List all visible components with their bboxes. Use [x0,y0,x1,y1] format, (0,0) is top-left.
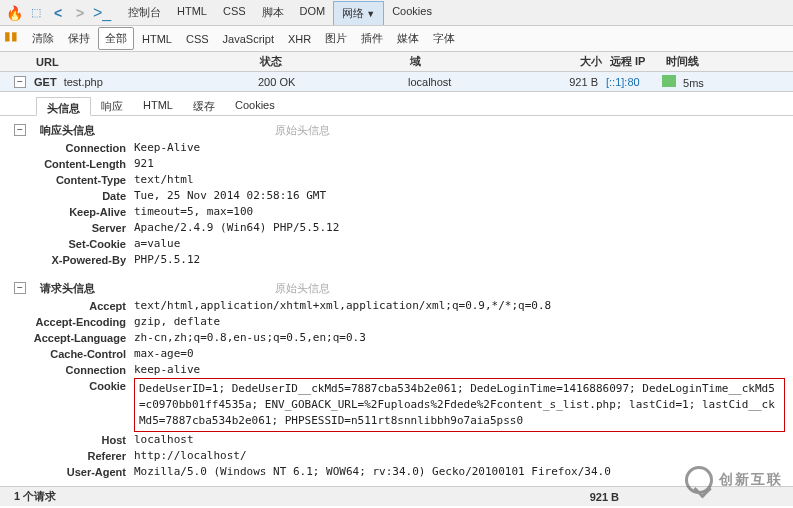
raw-headers-link[interactable]: 原始头信息 [275,123,330,138]
request-size: 921 B [558,76,606,88]
response-headers-section: − 响应头信息 原始头信息 ConnectionKeep-Alive Conte… [0,116,793,274]
header-key: Content-Type [14,172,134,188]
header-val: text/html [134,172,785,188]
header-val: localhost [134,432,785,448]
header-key: Referer [14,448,134,464]
header-key: Set-Cookie [14,236,134,252]
watermark: 创新互联 [685,466,783,494]
header-val-cookie: DedeUserID=1; DedeUserID__ckMd5=7887cba5… [134,378,785,432]
request-method: GET [34,76,57,88]
header-key: X-Powered-By [14,252,134,268]
tab-css[interactable]: CSS [215,1,254,25]
inspect-icon[interactable]: ⬚ [26,3,46,23]
firebug-icon[interactable]: 🔥 [4,3,24,23]
tab-dom[interactable]: DOM [292,1,334,25]
request-domain: localhost [408,76,558,88]
clear-button[interactable]: 清除 [26,28,60,49]
collapse-icon[interactable]: − [14,282,26,294]
console-toggle-icon[interactable]: >_ [92,3,112,23]
col-timeline[interactable]: 时间线 [666,54,793,69]
tab-html[interactable]: HTML [169,1,215,25]
subtab-cookies[interactable]: Cookies [225,96,285,115]
collapse-icon[interactable]: − [14,124,26,136]
header-key: Cache-Control [14,346,134,362]
main-toolbar: 🔥 ⬚ < > >_ 控制台 HTML CSS 脚本 DOM 网络▼ Cooki… [0,0,793,26]
header-key: Accept-Language [14,330,134,346]
header-key: Connection [14,362,134,378]
col-remote[interactable]: 远程 IP [610,54,666,69]
raw-headers-link[interactable]: 原始头信息 [275,281,330,296]
filter-fonts[interactable]: 字体 [427,28,461,49]
filter-html[interactable]: HTML [136,30,178,48]
col-url[interactable]: URL [36,56,260,68]
filter-xhr[interactable]: XHR [282,30,317,48]
header-val: keep-alive [134,362,785,378]
filter-media[interactable]: 媒体 [391,28,425,49]
request-status: 200 OK [258,76,408,88]
filter-images[interactable]: 图片 [319,28,353,49]
header-key: Server [14,220,134,236]
subtab-cache[interactable]: 缓存 [183,96,225,115]
tab-console[interactable]: 控制台 [120,1,169,25]
header-val: Tue, 25 Nov 2014 02:58:16 GMT [134,188,785,204]
main-tabs: 控制台 HTML CSS 脚本 DOM 网络▼ Cookies [120,1,440,25]
header-val: zh-cn,zh;q=0.8,en-us;q=0.5,en;q=0.3 [134,330,785,346]
subtab-headers[interactable]: 头信息 [36,97,91,116]
header-val: a=value [134,236,785,252]
header-val: http://localhost/ [134,448,785,464]
footer-requests: 1 个请求 [14,489,56,504]
header-key: Cookie [14,378,134,394]
collapse-icon[interactable]: − [14,76,26,88]
header-val: gzip, deflate [134,314,785,330]
header-val: Apache/2.4.9 (Win64) PHP/5.5.12 [134,220,785,236]
header-val: PHP/5.5.12 [134,252,785,268]
request-remote: [::1]:80 [606,76,662,88]
filter-plugins[interactable]: 插件 [355,28,389,49]
filter-all[interactable]: 全部 [98,27,134,50]
request-time: 5ms [683,77,704,89]
tab-network[interactable]: 网络▼ [333,1,384,25]
request-headers-section: − 请求头信息 原始头信息 Accepttext/html,applicatio… [0,274,793,486]
filter-css[interactable]: CSS [180,30,215,48]
tab-script[interactable]: 脚本 [254,1,292,25]
header-val: timeout=5, max=100 [134,204,785,220]
header-key: Accept [14,298,134,314]
header-val: Keep-Alive [134,140,785,156]
subtab-response[interactable]: 响应 [91,96,133,115]
request-headers-title: 请求头信息 [40,281,95,296]
chevron-down-icon: ▼ [366,9,375,19]
header-key: Connection [14,140,134,156]
col-size[interactable]: 大小 [560,54,610,69]
header-key: Accept-Encoding [14,314,134,330]
header-key: Content-Length [14,156,134,172]
header-val: text/html,application/xhtml+xml,applicat… [134,298,785,314]
request-url: test.php [64,76,103,88]
nav-back-icon[interactable]: < [48,3,68,23]
header-key: Keep-Alive [14,204,134,220]
timeline-bar [662,75,676,87]
persist-button[interactable]: 保持 [62,28,96,49]
header-key: User-Agent [14,464,134,480]
footer: 1 个请求 921 B [0,486,793,506]
col-domain[interactable]: 域 [410,54,560,69]
header-val: 921 [134,156,785,172]
watermark-text: 创新互联 [719,471,783,489]
pause-icon[interactable]: ▮▮ [4,29,24,49]
detail-tabs: 头信息 响应 HTML 缓存 Cookies [0,92,793,116]
net-row[interactable]: − GET test.php 200 OK localhost 921 B [:… [0,72,793,92]
net-header: URL 状态 域 大小 远程 IP 时间线 [0,52,793,72]
filter-toolbar: ▮▮ 清除 保持 全部 HTML CSS JavaScript XHR 图片 插… [0,26,793,52]
header-val: max-age=0 [134,346,785,362]
request-timeline: 5ms [662,75,793,89]
nav-forward-icon[interactable]: > [70,3,90,23]
subtab-html[interactable]: HTML [133,96,183,115]
col-status[interactable]: 状态 [260,54,410,69]
filter-js[interactable]: JavaScript [217,30,280,48]
response-headers-title: 响应头信息 [40,123,95,138]
header-key: Date [14,188,134,204]
watermark-icon [685,466,713,494]
header-key: Host [14,432,134,448]
tab-cookies[interactable]: Cookies [384,1,440,25]
